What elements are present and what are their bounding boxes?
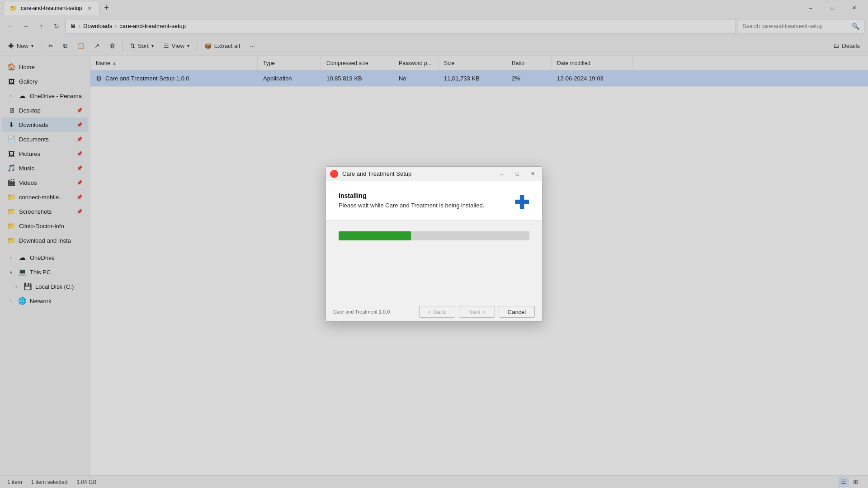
cancel-btn[interactable]: Cancel (499, 306, 535, 318)
progress-bar-track (339, 231, 529, 240)
dialog-footer: Care and Treatment 1.0.0 < Back Next > C… (326, 302, 542, 321)
progress-bar-fill (339, 231, 411, 240)
dialog-title: Care and Treatment Setup (342, 170, 492, 177)
setup-dialog-overlay: 🔴 Care and Treatment Setup ─ □ ✕ Install… (0, 0, 868, 488)
dialog-maximize-btn[interactable]: □ (511, 169, 523, 179)
dialog-close-btn[interactable]: ✕ (527, 169, 538, 179)
dialog-progress-area (326, 221, 542, 302)
back-label: < Back (428, 309, 446, 315)
dialog-app-icon: 🔴 (330, 169, 339, 178)
setup-cross-icon: ✚ (514, 192, 529, 213)
dialog-body: Installing Please wait while Care and Tr… (326, 181, 542, 221)
cancel-label: Cancel (508, 309, 526, 315)
back-btn[interactable]: < Back (419, 306, 455, 318)
setup-dialog: 🔴 Care and Treatment Setup ─ □ ✕ Install… (326, 166, 542, 322)
installing-subtitle: Please wait while Care and Treatment is … (339, 202, 507, 209)
footer-version-label: Care and Treatment 1.0.0 (333, 309, 390, 314)
installing-title: Installing (339, 192, 507, 199)
dialog-minimize-btn[interactable]: ─ (496, 169, 508, 179)
dialog-titlebar: 🔴 Care and Treatment Setup ─ □ ✕ (326, 167, 542, 181)
next-btn[interactable]: Next > (459, 306, 495, 318)
next-label: Next > (468, 309, 486, 315)
